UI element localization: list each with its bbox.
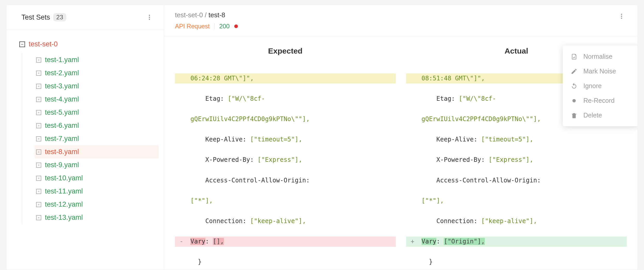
pencil-icon	[570, 68, 578, 75]
file-icon: ×	[36, 71, 41, 76]
tree-items: ×test-1.yaml×test-2.yaml×test-3.yaml×tes…	[22, 53, 159, 224]
divider	[214, 23, 215, 29]
etag-val: gQErwIUilv4C2PPf4CD0g9kPTNo\""],	[422, 115, 541, 123]
tree-item-label: test-12.yaml	[45, 200, 83, 208]
menu-item-label: Delete	[583, 112, 602, 119]
xpb-val: ["Express"],	[257, 156, 302, 163]
tree-item-label: test-13.yaml	[45, 214, 83, 222]
file-icon: ×	[36, 176, 41, 181]
collapse-icon[interactable]: −	[19, 41, 25, 47]
test-sets-count-badge: 23	[53, 13, 66, 21]
etag-open: ["W/\"8cf-	[459, 95, 496, 102]
menu-item-mark-noise[interactable]: Mark Noise	[563, 64, 638, 79]
menu-item-re-record[interactable]: Re-Record	[563, 93, 638, 108]
expected-column: Expected 06:24:28 GMT\"]", Etag: ["W/\"8…	[175, 47, 396, 270]
breadcrumb-parent[interactable]: test-set-0	[175, 11, 203, 19]
file-icon: ×	[36, 202, 41, 207]
vary-val: ["Origin"],	[444, 238, 485, 245]
menu-item-ignore[interactable]: Ignore	[563, 79, 638, 93]
expected-title: Expected	[175, 47, 396, 55]
tree-item[interactable]: ×test-11.yaml	[35, 185, 159, 198]
sidebar-title: Test Sets 23	[21, 13, 66, 21]
tree-item-label: test-10.yaml	[45, 174, 83, 182]
context-menu: NormaliseMark NoiseIgnoreRe-RecordDelete	[563, 46, 638, 126]
brace-close: }	[198, 258, 202, 265]
conn-val: ["keep-alive"],	[250, 217, 306, 225]
sidebar: Test Sets 23 − test-set-0 ×test-1.yaml×t…	[6, 5, 164, 270]
tree-item[interactable]: ×test-9.yaml	[35, 158, 159, 172]
main-more-button[interactable]	[616, 11, 627, 21]
status-indicator-dot	[234, 24, 238, 28]
menu-item-label: Mark Noise	[583, 68, 616, 75]
tree-root-label: test-set-0	[29, 40, 58, 48]
tree-item-label: test-4.yaml	[45, 95, 79, 103]
normalise-icon	[570, 53, 578, 60]
file-icon: ×	[36, 189, 41, 194]
main-panel: test-set-0 / test-8 API Request 200 Expe…	[164, 5, 638, 270]
tree-item[interactable]: ×test-7.yaml	[35, 132, 159, 145]
tree-item-label: test-9.yaml	[45, 161, 79, 169]
conn-val: ["keep-alive"],	[481, 217, 537, 225]
xpb-val: ["Express"],	[489, 156, 533, 163]
tree-item[interactable]: ×test-3.yaml	[35, 80, 159, 93]
etag-val: gQErwIUilv4C2PPf4CD0g9kPTNo\""],	[190, 115, 310, 123]
file-icon: ×	[36, 215, 41, 220]
expected-code: 06:24:28 GMT\"]", Etag: ["W/\"8cf- gQErw…	[175, 63, 396, 270]
sidebar-more-button[interactable]	[144, 12, 155, 22]
tree-item[interactable]: ×test-4.yaml	[35, 93, 159, 106]
keepalive-key: Keep-Alive:	[436, 136, 477, 143]
tree-item[interactable]: ×test-1.yaml	[35, 53, 159, 66]
tree-item[interactable]: ×test-12.yaml	[35, 198, 159, 211]
tree-item-label: test-8.yaml	[45, 148, 79, 156]
test-tree: − test-set-0 ×test-1.yaml×test-2.yaml×te…	[6, 30, 164, 229]
brace-close: }	[429, 258, 432, 265]
tree-root[interactable]: − test-set-0	[19, 40, 159, 48]
file-icon: ×	[36, 57, 41, 63]
file-icon: ×	[36, 136, 41, 141]
sidebar-header: Test Sets 23	[6, 5, 164, 30]
vary-colon: :	[436, 238, 440, 245]
status-code: 200	[219, 23, 230, 30]
tree-item[interactable]: ×test-2.yaml	[35, 66, 159, 80]
more-vertical-icon	[146, 14, 153, 21]
tree-item-label: test-5.yaml	[45, 108, 79, 116]
keepalive-key: Keep-Alive:	[205, 136, 246, 143]
tree-item[interactable]: ×test-6.yaml	[35, 119, 159, 132]
breadcrumb-sep: /	[203, 11, 208, 19]
request-info: API Request 200	[175, 23, 238, 30]
main-header: test-set-0 / test-8 API Request 200	[164, 5, 638, 36]
trash-icon	[570, 112, 578, 119]
xpb-key: X-Powered-By:	[205, 156, 254, 163]
tree-item[interactable]: ×test-10.yaml	[35, 172, 159, 185]
file-icon: ×	[36, 97, 41, 102]
tree-item-label: test-2.yaml	[45, 69, 79, 77]
api-request-label: API Request	[175, 23, 210, 30]
more-vertical-icon	[618, 13, 625, 20]
etag-key: Etag:	[205, 95, 224, 102]
acao-val: ["*"],	[190, 197, 213, 204]
file-icon: ×	[36, 163, 41, 168]
svg-point-6	[573, 99, 576, 102]
tree-item[interactable]: ×test-5.yaml	[35, 106, 159, 119]
menu-item-label: Ignore	[583, 82, 602, 90]
menu-item-normalise[interactable]: Normalise	[563, 49, 638, 64]
tree-item-label: test-11.yaml	[45, 187, 83, 195]
acao-key: Access-Control-Allow-Origin:	[436, 177, 541, 184]
tree-item[interactable]: ×test-13.yaml	[35, 211, 159, 224]
actual-timestamp: 08:51:48 GMT\"]",	[422, 75, 485, 82]
file-icon: ×	[36, 84, 41, 89]
vary-colon: :	[205, 238, 209, 245]
svg-point-3	[621, 14, 622, 15]
reload-icon	[570, 82, 578, 90]
svg-point-2	[149, 19, 150, 20]
svg-point-1	[149, 17, 150, 18]
tree-item-label: test-3.yaml	[45, 82, 79, 90]
tree-item-label: test-1.yaml	[45, 56, 79, 64]
xpb-key: X-Powered-By:	[436, 156, 485, 163]
menu-item-delete[interactable]: Delete	[563, 108, 638, 123]
breadcrumb: test-set-0 / test-8	[175, 11, 238, 19]
etag-open: ["W/\"8cf-	[228, 95, 265, 102]
etag-key: Etag:	[436, 95, 455, 102]
menu-item-label: Normalise	[583, 53, 613, 60]
tree-item[interactable]: ×test-8.yaml	[35, 145, 159, 158]
